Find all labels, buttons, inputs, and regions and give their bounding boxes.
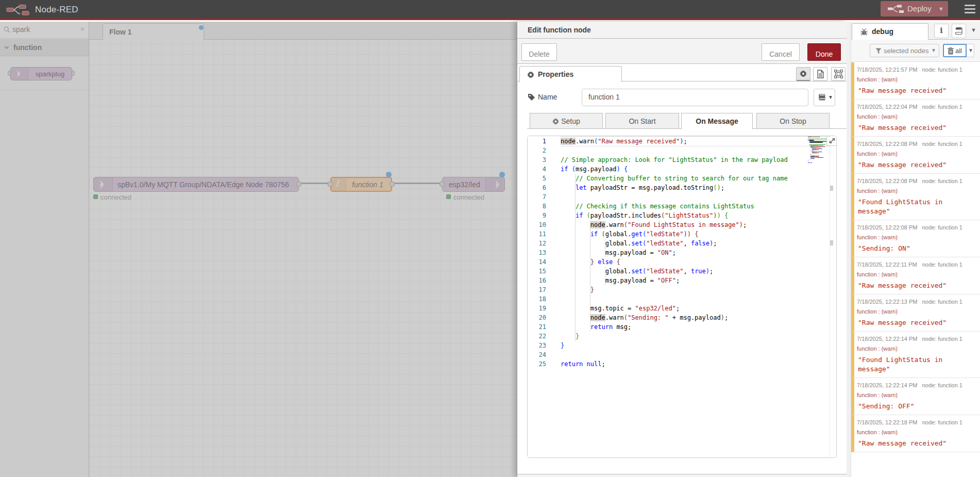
debug-node-id[interactable]: node: function 1 xyxy=(922,382,962,388)
debug-filter-button[interactable]: selected nodes ▼ xyxy=(870,44,939,57)
editor-line-number: 16 xyxy=(539,276,546,285)
library-button[interactable]: ▼ xyxy=(814,89,835,106)
deploy-button[interactable]: Deploy ▼ xyxy=(881,1,948,17)
code-token: { xyxy=(695,231,698,238)
code-token xyxy=(561,333,576,340)
code-editor[interactable]: 1234567891011121314151617181920212223242… xyxy=(527,136,837,458)
code-token: ; xyxy=(676,305,680,312)
debug-clear-options-button[interactable]: ▼ xyxy=(967,44,974,57)
sidebar-menu-caret-icon[interactable]: ▼ xyxy=(971,27,976,33)
minimap-line xyxy=(812,153,817,153)
deploy-caret-icon[interactable]: ▼ xyxy=(938,6,944,12)
sidebar-resize-handle[interactable] xyxy=(847,22,851,477)
debug-message-header: 7/18/2025, 12:22:18 PMnode: function 1 xyxy=(857,418,973,427)
info-tab-button[interactable]: i xyxy=(934,24,949,38)
code-token: ) xyxy=(717,212,721,219)
tab-debug[interactable]: debug xyxy=(852,23,928,40)
tab-setup[interactable]: Setup xyxy=(530,113,603,129)
debug-node-id[interactable]: node: function 1 xyxy=(922,141,962,147)
tab-on-stop[interactable]: On Stop xyxy=(756,113,830,129)
code-token: { xyxy=(616,258,620,266)
expand-editor-button[interactable] xyxy=(826,136,837,146)
debug-message-payload[interactable]: "Raw message received" xyxy=(857,86,973,95)
debug-message-payload[interactable]: "Raw message received" xyxy=(857,281,973,290)
node-settings-button[interactable] xyxy=(796,67,810,81)
debug-message-payload[interactable]: "Found LightStatus in message" xyxy=(857,198,973,216)
minimap-line xyxy=(822,142,823,142)
debug-node-id[interactable]: node: function 1 xyxy=(922,261,962,268)
hamburger-icon xyxy=(965,12,975,13)
debug-message[interactable]: 7/18/2025, 12:22:04 PMnode: function 1fu… xyxy=(851,100,980,137)
debug-message[interactable]: 7/18/2025, 12:22:14 PMnode: function 1fu… xyxy=(851,332,980,378)
debug-node-id[interactable]: node: function 1 xyxy=(922,419,962,425)
debug-message-meta: function : (warn) xyxy=(857,75,973,84)
tab-on-message[interactable]: On Message xyxy=(681,113,753,129)
node-red-app: Node-RED Deploy ▼ spark × xyxy=(0,0,980,477)
debug-sidebar: debug i ▼ selected nodes ▼ xyxy=(851,22,980,477)
done-button[interactable]: Done xyxy=(807,43,841,61)
debug-message[interactable]: 7/18/2025, 12:22:14 PMnode: function 1fu… xyxy=(851,378,980,415)
node-description-button[interactable] xyxy=(813,67,827,81)
code-token: , xyxy=(683,240,690,247)
tab-properties[interactable]: Properties xyxy=(519,66,622,82)
code-line: // Checking if this message contains Lig… xyxy=(561,202,754,211)
code-token: ; xyxy=(683,138,687,145)
name-input[interactable]: function 1 xyxy=(582,89,808,106)
current-line-highlight xyxy=(561,146,831,146)
code-token xyxy=(561,212,576,219)
debug-message-meta: function : (warn) xyxy=(857,307,973,316)
debug-filter-label: selected nodes xyxy=(884,47,928,55)
current-line-highlight xyxy=(561,136,831,137)
tab-on-start[interactable]: On Start xyxy=(605,113,679,129)
debug-message-payload[interactable]: "Raw message received" xyxy=(857,318,973,327)
minimap-line xyxy=(821,152,822,152)
gear-icon xyxy=(552,118,559,125)
debug-message-payload[interactable]: "Raw message received" xyxy=(857,160,973,170)
debug-node-id[interactable]: node: function 1 xyxy=(922,178,962,184)
debug-node-id[interactable]: node: function 1 xyxy=(922,67,962,73)
debug-clear-button[interactable]: all xyxy=(943,44,967,57)
debug-node-id[interactable]: node: function 1 xyxy=(922,104,962,110)
editor-gutter: 1234567891011121314151617181920212223242… xyxy=(528,136,560,457)
editor-line-number: 5 xyxy=(543,174,546,183)
debug-message-list[interactable]: 7/18/2025, 12:21:57 PMnode: function 1fu… xyxy=(851,62,980,477)
workspace-shade xyxy=(0,22,517,477)
debug-message-payload[interactable]: "Found LightStatus in message" xyxy=(857,355,973,374)
code-token: msg; xyxy=(613,323,631,331)
debug-timestamp: 7/18/2025, 12:22:11 PM xyxy=(857,261,917,268)
debug-node-id[interactable]: node: function 1 xyxy=(922,299,962,305)
node-appearance-button[interactable] xyxy=(831,67,846,81)
code-line: } xyxy=(561,332,579,341)
debug-node-id[interactable]: node: function 1 xyxy=(922,224,962,231)
debug-node-id[interactable]: node: function 1 xyxy=(922,336,962,342)
debug-message-meta: function : (warn) xyxy=(857,270,973,279)
tab-setup-label: Setup xyxy=(561,117,580,125)
code-token xyxy=(561,305,590,312)
code-token: // Converting buffer to string to search… xyxy=(576,175,788,182)
debug-message[interactable]: 7/18/2025, 12:22:08 PMnode: function 1fu… xyxy=(851,174,980,220)
help-tab-button[interactable] xyxy=(952,24,966,38)
code-line: global.set("ledState", true); xyxy=(561,267,713,276)
debug-message-payload[interactable]: "Sending: ON" xyxy=(857,244,973,253)
cancel-button[interactable]: Cancel xyxy=(762,43,800,61)
code-line: } xyxy=(561,341,564,350)
editor-code-area[interactable]: node.warn("Raw message received");// Sim… xyxy=(560,136,830,457)
code-token: "Sending: " xyxy=(628,314,668,321)
main-menu-button[interactable] xyxy=(965,5,976,14)
debug-message[interactable]: 7/18/2025, 12:22:11 PMnode: function 1fu… xyxy=(851,257,980,294)
code-token: "ledState" xyxy=(646,231,683,238)
debug-message-payload[interactable]: "Raw message received" xyxy=(857,123,973,133)
debug-message-header: 7/18/2025, 12:22:11 PMnode: function 1 xyxy=(857,260,973,270)
debug-message[interactable]: 7/18/2025, 12:21:57 PMnode: function 1fu… xyxy=(851,62,980,100)
app-title: Node-RED xyxy=(35,5,78,15)
debug-message[interactable]: 7/18/2025, 12:22:08 PMnode: function 1fu… xyxy=(851,220,980,257)
debug-message[interactable]: 7/18/2025, 12:22:08 PMnode: function 1fu… xyxy=(851,137,980,174)
debug-message[interactable]: 7/18/2025, 12:22:13 PMnode: function 1fu… xyxy=(851,294,980,332)
info-icon: i xyxy=(935,26,948,35)
delete-button[interactable]: Delete xyxy=(521,43,557,61)
debug-message-payload[interactable]: "Raw message received" xyxy=(857,439,973,448)
code-token: ; xyxy=(713,240,717,247)
code-token: ; xyxy=(743,221,747,228)
debug-message[interactable]: 7/18/2025, 12:22:18 PMnode: function 1fu… xyxy=(851,415,980,452)
debug-message-payload[interactable]: "Sending: OFF" xyxy=(857,402,973,411)
